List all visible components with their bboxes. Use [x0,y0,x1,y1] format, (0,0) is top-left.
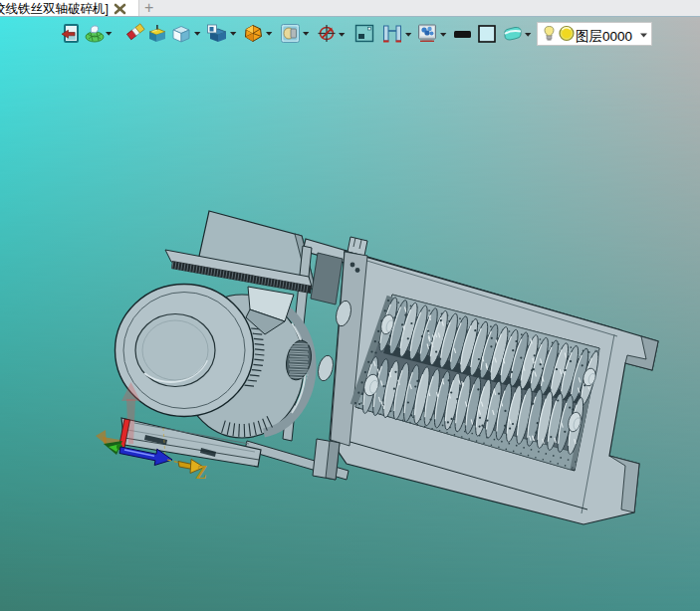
svg-text:图层0000: 图层0000 [576,29,632,44]
svg-text:Z: Z [195,463,207,483]
